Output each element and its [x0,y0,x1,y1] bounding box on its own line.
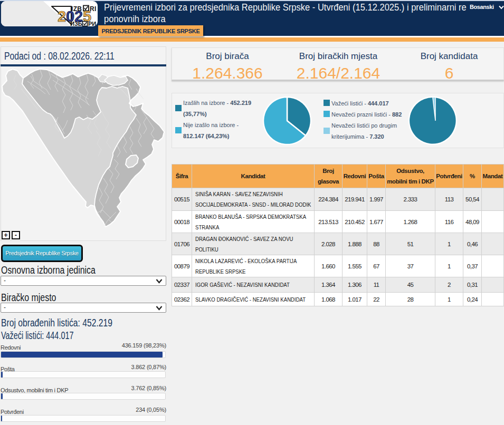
svg-text:РИ: РИ [88,21,96,26]
svg-text:ИЗБ: ИЗБ [70,21,82,26]
svg-text:2: 2 [58,8,66,25]
